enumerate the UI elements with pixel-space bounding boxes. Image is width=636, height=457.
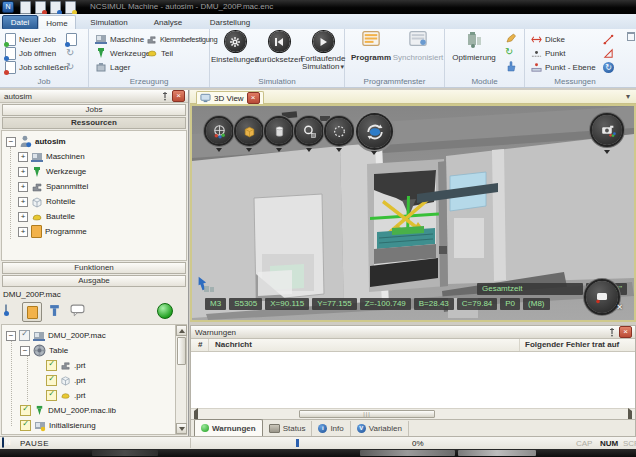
punkt-button[interactable]: Punkt [531,47,565,59]
new-job-button[interactable]: Neuer Job [5,33,56,45]
hscrollbar-thumb[interactable] [299,410,435,418]
view-caret-icon[interactable] [216,148,222,152]
warnings-hscrollbar[interactable] [191,408,635,419]
view-orientation-button[interactable] [206,118,232,144]
play-doc-icon[interactable] [50,1,61,14]
tab-warnungen[interactable]: Warnungen [194,419,263,436]
close-job-button[interactable]: Job schließen [5,61,68,73]
camera-caret-icon[interactable] [604,150,610,154]
pin-icon[interactable] [608,327,616,337]
checkbox-checked[interactable] [46,360,57,371]
refresh-job-button[interactable]: ↻ [66,61,74,73]
checkbox-checked[interactable] [20,405,31,416]
new-doc-icon[interactable] [20,1,31,14]
scroll-down-button[interactable] [176,423,187,434]
record-icon[interactable] [35,1,46,14]
tab-home[interactable]: Home [38,15,76,30]
tree-item-prt-2[interactable]: .prt [46,374,86,387]
werkzeuge-button[interactable]: Werkzeuge [95,47,150,59]
view-tab-dropdown-icon[interactable]: ▾ [626,92,630,101]
tree-item-initialisierung[interactable]: Initialisierung [20,419,96,432]
teil-button[interactable]: Teil [146,47,173,59]
hud-monitor-button[interactable] [586,281,618,313]
module-refresh-button[interactable]: ↻ [505,46,513,58]
program-tree-scrollbar[interactable] [175,325,186,434]
view-tab-3d[interactable]: 3D View [196,91,264,104]
checkbox-checked[interactable] [46,390,57,401]
synchronisiert-button[interactable]: Synchronisiert [395,31,441,62]
collapse-icon[interactable] [20,346,30,356]
expand-icon[interactable] [18,182,28,192]
open-job-button[interactable]: Job öffnen [5,47,56,59]
hud-close-icon[interactable]: × [617,302,622,312]
column-number[interactable]: # [198,340,202,349]
zoom-button[interactable] [296,118,322,144]
app-icon[interactable] [2,1,14,13]
tree-item-mac-root[interactable]: DMU_200P.mac [6,329,106,342]
ribbon-dialog-launcher-icon[interactable] [627,32,635,41]
tree-item-prt-1[interactable]: .prt [46,359,86,372]
macro-icon[interactable] [65,1,76,14]
expand-icon[interactable] [18,197,28,207]
rotate-view-button[interactable] [358,115,391,148]
expand-icon[interactable] [18,167,28,177]
jobs-bar[interactable]: Jobs [2,104,186,116]
view-caret-icon[interactable] [306,148,312,152]
comment-button[interactable] [70,304,85,317]
tree-item-table[interactable]: Table [20,344,68,357]
angle-measure-button[interactable] [603,47,614,59]
klemmbefestigung-button[interactable]: Klemmbefestigung [146,33,217,45]
distance-measure-button[interactable] [603,33,614,45]
ausgabe-bar[interactable]: Ausgabe [2,275,186,287]
column-error[interactable]: Folgender Fehler trat auf [525,340,619,349]
view-caret-icon[interactable] [246,148,252,152]
checkbox-checked[interactable] [19,330,30,341]
dicke-button[interactable]: Dicke [531,33,565,45]
view-caret-icon[interactable] [276,148,282,152]
view-cylinder-button[interactable] [266,118,292,144]
tab-analyse[interactable]: Analyse [144,15,192,29]
punkt-ebene-button[interactable]: Punkt - Ebene [531,61,596,73]
column-separator[interactable] [208,339,209,351]
checkbox-checked[interactable] [20,420,31,431]
expand-icon[interactable] [18,227,28,237]
column-separator[interactable] [519,339,520,351]
expand-icon[interactable] [18,212,28,222]
tab-simulation[interactable]: Simulation [78,15,140,29]
einstellungen-button[interactable]: Einstellungen [214,31,256,64]
selection-button[interactable] [326,118,352,144]
close-icon[interactable] [172,90,185,102]
ressourcen-bar[interactable]: Ressourcen [2,117,186,129]
maschine-button[interactable]: Maschine [95,33,144,45]
collapse-icon[interactable] [6,137,16,147]
funktionen-bar[interactable]: Funktionen [2,262,186,274]
tree-item-maschinen[interactable]: Maschinen [18,150,85,163]
viewport-3d[interactable]: Gesamtzeit 0h 17' 6" M3 S5305 X=90.115 Y… [190,104,636,322]
rotate-measure-button[interactable]: ↻ [603,61,614,73]
tab-info[interactable]: Info [312,421,350,436]
tree-item-bauteile[interactable]: Bauteile [18,210,75,223]
column-message[interactable]: Nachricht [215,340,252,349]
optimierung-button[interactable]: Optimierung [445,31,503,62]
module-probe-button[interactable] [505,60,517,72]
tree-item-prt-3[interactable]: .prt [46,389,86,402]
expand-icon[interactable] [18,152,28,162]
close-icon[interactable] [619,326,632,338]
file-menu-button[interactable]: Datei [2,15,38,30]
tree-item-spannmittel[interactable]: Spannmittel [18,180,88,193]
programm-button[interactable]: Programm [349,31,393,62]
tree-item-programme[interactable]: Programme [18,225,87,238]
close-view-icon[interactable] [247,92,260,104]
tree-item-autosim-root[interactable]: autosim [6,135,66,148]
tab-darstellung[interactable]: Darstellung [196,15,264,29]
doc-active-button[interactable] [22,302,42,322]
tab-status[interactable]: Status [263,421,313,436]
fortlaufende-simulation-button[interactable]: Fortlaufende Simulation [302,31,344,71]
lager-button[interactable]: Lager [95,61,130,73]
scroll-up-button[interactable] [176,325,187,336]
tool-manager-button[interactable] [48,304,61,317]
reload-job-button[interactable]: ↻ [66,47,74,59]
tree-item-rohteile[interactable]: Rohteile [18,195,75,208]
view-caret-icon[interactable] [371,151,377,155]
camera-capture-button[interactable] [592,115,622,145]
